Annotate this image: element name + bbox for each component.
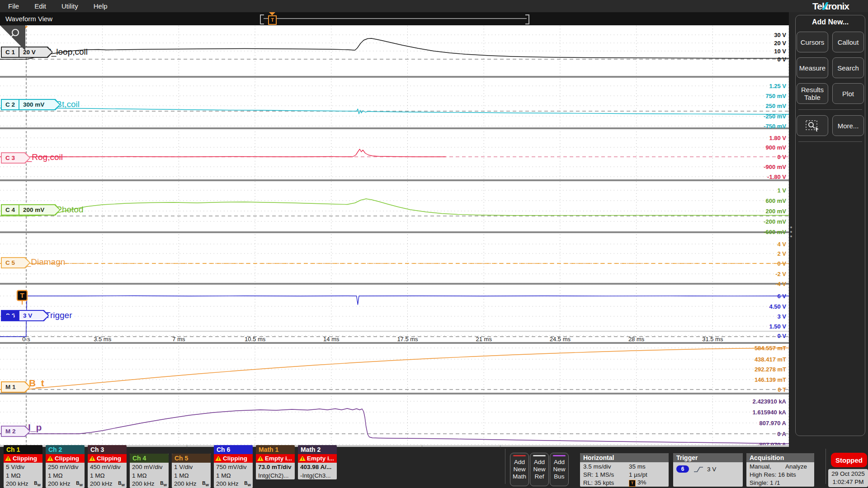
bottom-badge-ch4[interactable]: Ch 4200 mV/div1 MΩ200 kHzBW: [130, 454, 169, 488]
scale-label-c3: 900 mV: [765, 144, 786, 151]
badge-text: 3 V: [19, 311, 39, 320]
time-axis-label: 0 s: [22, 336, 30, 343]
scale-label-c1: 30 V: [774, 32, 786, 38]
warning-text: Clipping: [55, 455, 79, 462]
menu-utility[interactable]: Utility: [54, 2, 86, 10]
add-results-table-button[interactable]: Results Table: [797, 83, 828, 104]
add-plot-button[interactable]: Plot: [832, 83, 864, 104]
clipping-warning: !Empty i...: [256, 454, 295, 463]
badge-row: 403.98 A/...: [298, 463, 337, 471]
color-stripe: [533, 455, 546, 456]
badge-strip-handle[interactable]: ⋮: [420, 444, 424, 449]
waveform-plot-area[interactable]: T30 V20 V10 V0 V1.25 V750 mV250 mV-250 m…: [0, 25, 789, 445]
warning-triangle-icon: !: [47, 455, 53, 461]
channel-badge-c4[interactable]: C 4200 mV: [1, 204, 61, 216]
channel-badge-c3[interactable]: C 3: [1, 152, 30, 164]
badge-row: 200 mV/div: [130, 463, 169, 471]
badge-row-text: 200 kHz: [6, 480, 28, 487]
menu-help[interactable]: Help: [86, 2, 115, 10]
color-stripe: [513, 455, 526, 456]
bottom-badge-math2[interactable]: Math 2!Empty i...403.98 A/...-Intg(Ch3..…: [298, 445, 337, 479]
badge-row-text: Intg(Ch2)...: [258, 472, 289, 479]
acquisition-panel[interactable]: Acquisition Manual,Analyze High Res: 16 …: [746, 453, 814, 487]
scale-label-c1: 20 V: [774, 40, 786, 47]
zoom-corner-triangle: [0, 25, 25, 51]
button-line: New: [553, 466, 565, 473]
channel-badge-c2[interactable]: C 2300 mV: [1, 99, 61, 110]
scale-label-m1: 146.139 mT: [755, 376, 786, 383]
trace-m1: [0, 348, 789, 389]
trigger-position-marker[interactable]: T: [268, 15, 277, 25]
bottom-badge-ch1[interactable]: Ch 1!Clipping5 V/div1 MΩ200 kHzBW: [4, 445, 42, 488]
bottom-badge-ch6[interactable]: Ch 6!Clipping750 mV/div1 MΩ200 kHzBW: [214, 445, 253, 488]
add-new-math-button[interactable]: AddNewMath: [510, 453, 529, 486]
trace-c3: [0, 149, 446, 158]
scale-label-c4: 200 mV: [765, 208, 786, 215]
add-search-button[interactable]: Search: [832, 57, 864, 78]
add-cursors-button[interactable]: Cursors: [797, 32, 828, 52]
badge-header: Ch 3: [88, 445, 127, 454]
bottom-badge-ch5[interactable]: Ch 51 V/div1 MΩ200 kHzBW: [172, 454, 211, 488]
horizontal-pan-indicator[interactable]: T: [264, 12, 527, 25]
button-line: New: [513, 466, 525, 473]
add-measure-button[interactable]: Measure: [797, 57, 828, 78]
badge-row: 450 mV/div: [88, 463, 127, 471]
scale-label-c6: 4.50 V: [769, 303, 786, 310]
channel-badge-m1[interactable]: M 1: [1, 381, 30, 393]
zoom-select-button[interactable]: [797, 115, 828, 136]
channel-label-m1[interactable]: B_t: [29, 378, 44, 389]
acquisition-single: Single: 1 /1: [750, 479, 780, 486]
trigger-t-letter: T: [20, 291, 24, 299]
scale-label-c5: 0 V: [777, 260, 786, 267]
scale-label-c5: -4 V: [775, 281, 786, 287]
acquisition-mode: Manual,: [750, 463, 771, 470]
trigger-position-percent: 3%: [637, 479, 646, 486]
badge-row: Intg(Ch2)...: [256, 471, 295, 480]
badge-body: C 4200 mV: [2, 205, 60, 215]
add-new-ref-button[interactable]: AddNewRef: [530, 453, 549, 486]
badge-row-text: 1 MΩ: [90, 472, 105, 479]
add-new-bus-button[interactable]: AddNewBus: [550, 453, 569, 486]
separator: [826, 449, 826, 484]
scale-label-c6: 3 V: [777, 313, 786, 320]
clipping-warning: !Clipping: [46, 454, 85, 463]
channel-label-c6[interactable]: Trigger: [45, 310, 72, 320]
waveform-canvas: T: [0, 25, 789, 445]
warning-text: Clipping: [13, 455, 37, 462]
add-callout-button[interactable]: Callout: [832, 32, 864, 52]
datetime-badge[interactable]: 29 Oct 2025 1:02:47 PM: [828, 469, 868, 487]
horizontal-panel[interactable]: Horizontal 3.5 ms/div35 ms SR: 1 MS/s1 µ…: [580, 453, 669, 487]
panel-splitter-handle[interactable]: ●●●: [789, 225, 793, 239]
channel-badge-m2[interactable]: M 2: [1, 426, 30, 437]
scale-label-c1: 10 V: [774, 48, 786, 55]
badge-text: C 5: [2, 258, 22, 267]
badge-row-text: 200 kHz: [90, 480, 113, 487]
badge-row-text: -Intg(Ch3...: [300, 472, 331, 479]
color-stripe: [553, 455, 566, 456]
trigger-panel[interactable]: Trigger 6 3 V: [673, 453, 743, 487]
bottom-badge-ch3[interactable]: Ch 3!Clipping450 mV/div1 MΩ200 kHzBW: [88, 445, 127, 488]
run-stop-status-button[interactable]: Stopped: [831, 453, 867, 467]
channel-badge-c5[interactable]: C 5: [1, 257, 30, 268]
scale-label-c2: 250 mV: [765, 103, 786, 109]
slice-separator: [0, 127, 789, 129]
menu-edit[interactable]: Edit: [27, 2, 54, 10]
warning-triangle-icon: !: [215, 455, 222, 461]
scale-label-m1: 0 T: [778, 386, 786, 393]
more-button[interactable]: More...: [832, 115, 864, 136]
bottom-badge-ch2[interactable]: Ch 2!Clipping250 mV/div1 MΩ200 kHzBW: [46, 445, 85, 488]
badge-strip-handle[interactable]: ⋮: [498, 444, 502, 449]
badge-row: 200 kHzBW: [88, 479, 127, 488]
bottom-badge-math1[interactable]: Math 1!Empty i...73.0 mT/divIntg(Ch2)...: [256, 445, 295, 479]
badge-row-text: 200 kHz: [174, 480, 197, 487]
waveform-view-title: Waveform View: [5, 15, 52, 23]
clipping-warning: !Clipping: [214, 454, 253, 463]
badge-row-text: 200 mV/div: [132, 464, 163, 470]
badge-row-text: 450 mV/div: [90, 464, 121, 470]
badge-row-text: 1 MΩ: [132, 472, 147, 479]
trigger-panel-title: Trigger: [673, 453, 743, 462]
menu-file[interactable]: File: [0, 2, 27, 10]
badge-row-text: 200 kHz: [132, 480, 155, 487]
badge-strip-handle[interactable]: ⋮: [185, 444, 189, 449]
bandwidth-limit-icon: BW: [118, 481, 125, 487]
